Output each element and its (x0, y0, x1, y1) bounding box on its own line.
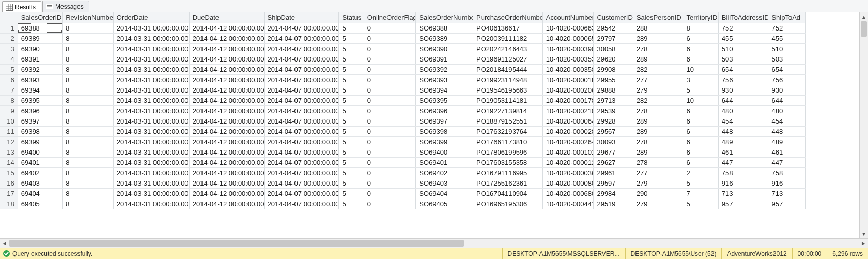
cell-territoryid[interactable]: 6 (683, 105, 718, 116)
col-duedate[interactable]: DueDate (189, 12, 264, 23)
results-grid[interactable]: SalesOrderID RevisionNumber OrderDate Du… (0, 12, 806, 209)
cell-shiptoad[interactable]: 503 (768, 54, 806, 64)
cell-billtoaddressid[interactable]: 447 (718, 157, 768, 167)
cell-onlineorderflag[interactable]: 0 (364, 178, 416, 188)
cell-shipdate[interactable]: 2014-04-07 00:00:00.000 (264, 85, 339, 95)
cell-territoryid[interactable]: 7 (683, 188, 718, 199)
cell-orderdate[interactable]: 2014-03-31 00:00:00.000 (113, 74, 189, 85)
cell-purchaseordernumber[interactable]: PO406136617 (473, 23, 543, 33)
cell-duedate[interactable]: 2014-04-12 00:00:00.000 (189, 95, 264, 105)
cell-orderdate[interactable]: 2014-03-31 00:00:00.000 (113, 157, 189, 167)
cell-billtoaddressid[interactable]: 461 (718, 147, 768, 157)
cell-salesordernumber[interactable]: SO69404 (416, 188, 473, 199)
cell-accountnumber[interactable]: 10-4020-000441 (542, 199, 594, 209)
cell-territoryid[interactable]: 5 (683, 85, 718, 95)
cell-orderdate[interactable]: 2014-03-31 00:00:00.000 (113, 54, 189, 64)
cell-duedate[interactable]: 2014-04-12 00:00:00.000 (189, 33, 264, 43)
cell-orderdate[interactable]: 2014-03-31 00:00:00.000 (113, 116, 189, 126)
cell-status[interactable]: 5 (339, 136, 364, 147)
cell-salesorderid[interactable]: 69395 (18, 95, 63, 105)
table-row[interactable]: 176940482014-03-31 00:00:00.0002014-04-1… (0, 188, 806, 199)
cell-salespersonid[interactable]: 289 (633, 126, 683, 136)
horizontal-scroll-thumb[interactable] (9, 240, 464, 247)
cell-territoryid[interactable]: 10 (683, 64, 718, 74)
cell-salesorderid[interactable]: 69390 (18, 43, 63, 54)
cell-salesordernumber[interactable]: SO69403 (416, 178, 473, 188)
cell-shipdate[interactable]: 2014-04-07 00:00:00.000 (264, 178, 339, 188)
cell-revisionnumber[interactable]: 8 (63, 64, 114, 74)
cell-onlineorderflag[interactable]: 0 (364, 33, 416, 43)
cell-revisionnumber[interactable]: 8 (63, 95, 114, 105)
table-row[interactable]: 166940382014-03-31 00:00:00.0002014-04-1… (0, 178, 806, 188)
table-row[interactable]: 156940282014-03-31 00:00:00.0002014-04-1… (0, 167, 806, 178)
cell-salesorderid[interactable]: 69398 (18, 126, 63, 136)
cell-status[interactable]: 5 (339, 33, 364, 43)
col-salesorderid[interactable]: SalesOrderID (18, 12, 63, 23)
cell-accountnumber[interactable]: 10-4020-000210 (542, 105, 594, 116)
cell-territoryid[interactable]: 6 (683, 54, 718, 64)
cell-status[interactable]: 5 (339, 147, 364, 157)
cell-billtoaddressid[interactable]: 758 (718, 167, 768, 178)
cell-salesorderid[interactable]: 69396 (18, 105, 63, 116)
table-row[interactable]: 186940582014-03-31 00:00:00.0002014-04-1… (0, 199, 806, 209)
table-row[interactable]: 56939282014-03-31 00:00:00.0002014-04-12… (0, 64, 806, 74)
cell-duedate[interactable]: 2014-04-12 00:00:00.000 (189, 116, 264, 126)
cell-accountnumber[interactable]: 10-4020-000064 (542, 116, 594, 126)
cell-salesordernumber[interactable]: SO69405 (416, 199, 473, 209)
cell-duedate[interactable]: 2014-04-12 00:00:00.000 (189, 74, 264, 85)
cell-purchaseordernumber[interactable]: PO17661173810 (473, 136, 543, 147)
cell-salesorderid[interactable]: 69389 (18, 33, 63, 43)
cell-orderdate[interactable]: 2014-03-31 00:00:00.000 (113, 126, 189, 136)
cell-status[interactable]: 5 (339, 126, 364, 136)
cell-billtoaddressid[interactable]: 503 (718, 54, 768, 64)
cell-accountnumber[interactable]: 10-4020-000065 (542, 33, 594, 43)
cell-customerid[interactable]: 29713 (594, 95, 633, 105)
cell-shipdate[interactable]: 2014-04-07 00:00:00.000 (264, 167, 339, 178)
cell-customerid[interactable]: 29519 (594, 199, 633, 209)
row-number[interactable]: 8 (0, 95, 18, 105)
scroll-left-icon[interactable]: ◄ (0, 239, 9, 248)
cell-duedate[interactable]: 2014-04-12 00:00:00.000 (189, 105, 264, 116)
cell-purchaseordernumber[interactable]: PO16965195306 (473, 199, 543, 209)
cell-salesorderid[interactable]: 69388 (18, 23, 63, 33)
row-number[interactable]: 13 (0, 147, 18, 157)
cell-revisionnumber[interactable]: 8 (63, 199, 114, 209)
table-row[interactable]: 86939582014-03-31 00:00:00.0002014-04-12… (0, 95, 806, 105)
cell-salesordernumber[interactable]: SO69390 (416, 43, 473, 54)
cell-billtoaddressid[interactable]: 916 (718, 178, 768, 188)
cell-salesorderid[interactable]: 69397 (18, 116, 63, 126)
cell-salesordernumber[interactable]: SO69396 (416, 105, 473, 116)
cell-salespersonid[interactable]: 282 (633, 64, 683, 74)
cell-accountnumber[interactable]: 10-4020-000264 (542, 136, 594, 147)
cell-salesordernumber[interactable]: SO69401 (416, 157, 473, 167)
col-status[interactable]: Status (339, 12, 364, 23)
cell-salesorderid[interactable]: 69394 (18, 85, 63, 95)
col-purchaseordernumber[interactable]: PurchaseOrderNumber (473, 12, 543, 23)
cell-salesorderid[interactable]: 69391 (18, 54, 63, 64)
horizontal-scroll-track[interactable] (9, 239, 859, 248)
cell-salesordernumber[interactable]: SO69399 (416, 136, 473, 147)
cell-customerid[interactable]: 29677 (594, 147, 633, 157)
cell-shipdate[interactable]: 2014-04-07 00:00:00.000 (264, 74, 339, 85)
table-row[interactable]: 36939082014-03-31 00:00:00.0002014-04-12… (0, 43, 806, 54)
cell-onlineorderflag[interactable]: 0 (364, 167, 416, 178)
cell-territoryid[interactable]: 8 (683, 23, 718, 33)
cell-shiptoad[interactable]: 644 (768, 95, 806, 105)
col-shipdate[interactable]: ShipDate (264, 12, 339, 23)
cell-shiptoad[interactable]: 489 (768, 136, 806, 147)
cell-shipdate[interactable]: 2014-04-07 00:00:00.000 (264, 116, 339, 126)
cell-status[interactable]: 5 (339, 64, 364, 74)
cell-salesorderid[interactable]: 69401 (18, 157, 63, 167)
cell-shipdate[interactable]: 2014-04-07 00:00:00.000 (264, 23, 339, 33)
cell-territoryid[interactable]: 10 (683, 95, 718, 105)
cell-purchaseordernumber[interactable]: PO19546195663 (473, 85, 543, 95)
cell-purchaseordernumber[interactable]: PO17632193764 (473, 126, 543, 136)
cell-salespersonid[interactable]: 279 (633, 199, 683, 209)
cell-revisionnumber[interactable]: 8 (63, 54, 114, 64)
cell-customerid[interactable]: 29567 (594, 126, 633, 136)
cell-accountnumber[interactable]: 10-4020-000012 (542, 157, 594, 167)
col-salesordernumber[interactable]: SalesOrderNumber (416, 12, 473, 23)
cell-shiptoad[interactable]: 448 (768, 126, 806, 136)
cell-billtoaddressid[interactable]: 957 (718, 199, 768, 209)
scroll-right-icon[interactable]: ► (859, 239, 868, 248)
